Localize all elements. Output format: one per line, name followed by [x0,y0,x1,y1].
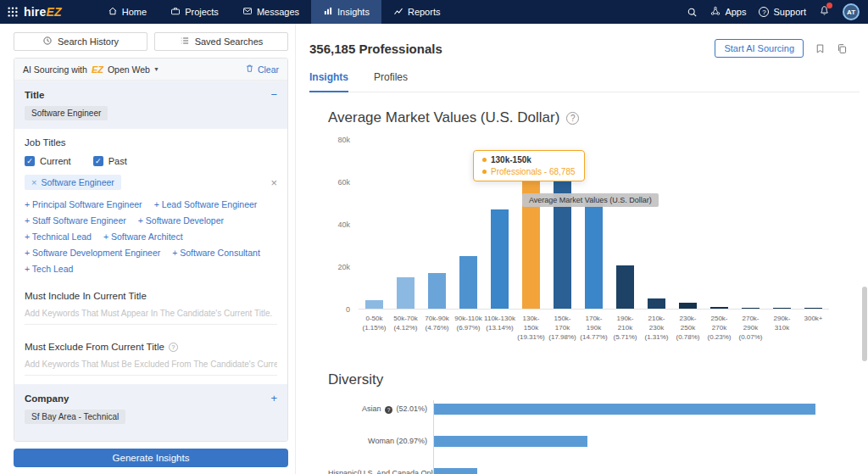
must-include-input[interactable] [25,303,277,325]
nav-reports[interactable]: Reports [381,0,453,24]
chart-help-icon[interactable]: ? [566,112,579,125]
hireez-logo[interactable]: hireEZ [24,5,62,19]
salary-bar-290k-310k[interactable] [773,308,791,309]
nav-messages-label: Messages [257,7,299,17]
salary-bar-210k-230k[interactable] [648,298,665,309]
diversity-chart: Diversity Asian ? (52.01%)Woman (20.97%)… [328,371,868,474]
job-title-suggestion-software-architect[interactable]: + Software Architect [103,231,183,242]
x-tick-label: 90k-110k(6.97%) [453,314,484,343]
saved-searches-button[interactable]: Saved Searches [154,32,288,51]
must-exclude-label: Must Exclude From Current Title [25,342,164,352]
avatar[interactable]: AT [843,3,860,20]
salary-bar-50k-70k[interactable] [397,277,415,309]
tab-insights[interactable]: Insights [309,71,348,92]
ai-sourcing-bar: AI Sourcing with EZ Open Web ▼ Clear [14,59,287,81]
job-title-suggestion-software-development-engineer[interactable]: + Software Development Engineer [25,248,160,258]
job-titles-section: Job Titles ✓ Current ✓ Past [14,129,287,282]
history-icon [42,36,53,47]
selected-job-title-chip[interactable]: × Software Engineer [25,175,121,190]
salary-bar-170k-190k[interactable] [585,197,603,309]
past-checkbox[interactable]: ✓ Past [93,156,127,166]
salary-bar-270k-290k[interactable] [742,308,760,309]
job-title-suggestion-software-developer[interactable]: + Software Developer [138,215,224,226]
info-icon[interactable]: ? [385,406,392,414]
apps-icon [710,6,721,18]
y-tick-label: 60k [337,178,350,187]
nav-home[interactable]: Home [96,0,159,24]
diversity-bar-asian[interactable] [433,404,815,415]
salary-bar-90k-110k[interactable] [459,256,477,309]
chevron-down-icon: ▼ [153,66,159,72]
title-section-label: Title [25,90,44,100]
must-exclude-input[interactable] [25,354,277,376]
salary-x-labels: 0-50k(1.15%)50k-70k(4.12%)70k-90k(4.76%)… [359,309,829,343]
salary-bar-70k-90k[interactable] [428,273,446,309]
salary-bar-230k-250k[interactable] [679,303,697,309]
y-tick-label: 20k [337,263,350,271]
support-icon: ? [759,7,769,17]
start-ai-sourcing-button[interactable]: Start AI Sourcing [715,39,804,58]
chart-hover-caption: Average Market Values (U.S. Dollar) [522,193,659,207]
app-grid-icon[interactable] [7,6,19,18]
expand-company-icon[interactable]: + [270,393,277,404]
generate-insights-button[interactable]: Generate Insights [14,449,288,467]
must-include-section: Must Include In Current Title [14,282,287,333]
must-include-label: Must Include In Current Title [25,291,277,301]
title-chip[interactable]: Software Engineer [25,106,108,120]
diversity-bar-hispanic-u-s-and-canada-only[interactable] [433,468,477,474]
search-history-button[interactable]: Search History [14,32,147,51]
x-tick-label: 150k-170k(17.98%) [547,314,578,343]
open-web-dropdown[interactable]: Open Web ▼ [108,64,159,75]
job-title-suggestion-principal-software-engineer[interactable]: + Principal Software Engineer [25,199,142,209]
tooltip-bullet-icon [482,170,487,174]
diversity-row-asian: Asian ? (52.01%) [328,404,868,415]
job-title-suggestion-software-consultant[interactable]: + Software Consultant [172,248,260,258]
notification-badge [826,3,832,8]
y-tick-label: 80k [337,136,350,144]
copy-icon[interactable] [837,43,848,54]
scrollbar-thumb[interactable] [862,287,867,361]
salary-bar-110k-130k[interactable] [491,209,509,309]
job-title-suggestion-lead-software-engineer[interactable]: + Lead Software Engineer [154,199,258,209]
salary-bar-250k-270k[interactable] [710,307,728,309]
nav-support[interactable]: ? Support [759,7,806,17]
nav-insights[interactable]: Insights [311,0,381,24]
tooltip-bullet-icon [482,158,487,162]
diversity-label: Asian ? (52.01%) [328,404,433,414]
bookmark-icon[interactable] [815,43,826,54]
diversity-bar-woman[interactable] [433,436,587,447]
job-title-suggestion-staff-software-engineer[interactable]: + Staff Software Engineer [25,215,126,226]
main-scrollbar[interactable] [862,24,867,474]
x-tick-label: 170k-190k(14.77%) [578,314,609,343]
list-icon [180,36,190,47]
filter-scroll-area: Title − Software Engineer Job Titles ✓ C… [14,81,287,441]
past-checkbox-label: Past [108,156,127,166]
remove-chip-icon[interactable]: × [31,177,36,187]
x-tick-label: 210k-230k(1.31%) [641,314,672,343]
salary-chart-plot [359,140,829,309]
must-exclude-section: Must Exclude From Current Title ? [14,333,287,384]
clear-button[interactable]: Clear [245,64,279,75]
main-content: 356,185 Professionals Start AI Sourcing … [296,24,868,474]
salary-bar-300k[interactable] [804,308,822,309]
company-chip[interactable]: Sf Bay Area - Technical [25,410,125,424]
salary-bar-190k-210k[interactable] [616,265,634,309]
tab-profiles[interactable]: Profiles [374,71,408,92]
y-tick-label: 0 [346,305,350,314]
diversity-row-woman: Woman (20.97%) [328,436,868,447]
salary-bar-130k-150k[interactable] [522,163,540,309]
x-tick-label: 0-50k(1.15%) [359,314,390,343]
clear-chips-icon[interactable]: × [270,176,277,189]
collapse-title-icon[interactable]: − [270,89,277,100]
job-title-suggestion-tech-lead[interactable]: + Tech Lead [25,264,73,274]
current-checkbox[interactable]: ✓ Current [25,156,71,166]
nav-messages[interactable]: Messages [231,0,311,24]
nav-apps[interactable]: Apps [710,6,746,18]
salary-chart-title: Average Market Values (U.S. Dollar) [328,109,559,126]
x-tick-label: 290k-310k [766,314,798,343]
search-icon[interactable] [687,7,698,18]
job-title-suggestion-technical-lead[interactable]: + Technical Lead [25,231,92,242]
notifications-button[interactable] [819,4,830,20]
salary-bar-0-50k[interactable] [365,300,383,309]
nav-projects[interactable]: Projects [159,0,231,24]
